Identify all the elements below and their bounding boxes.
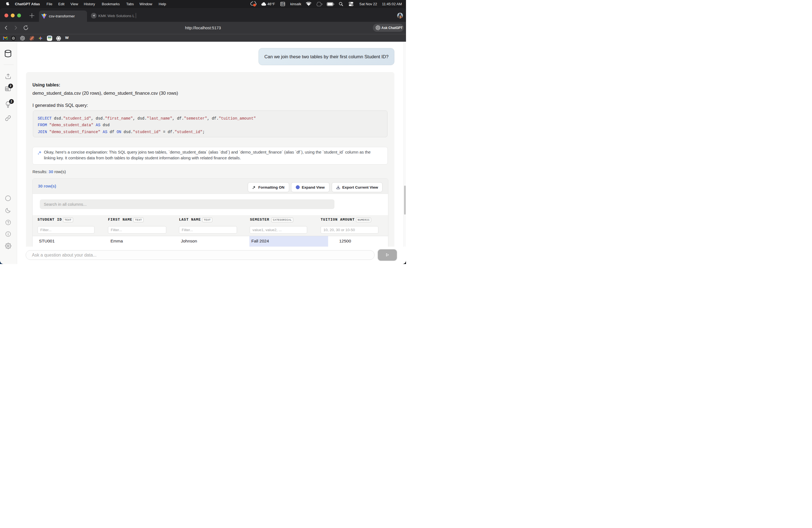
svg-text:⌘: ⌘ xyxy=(283,3,285,5)
